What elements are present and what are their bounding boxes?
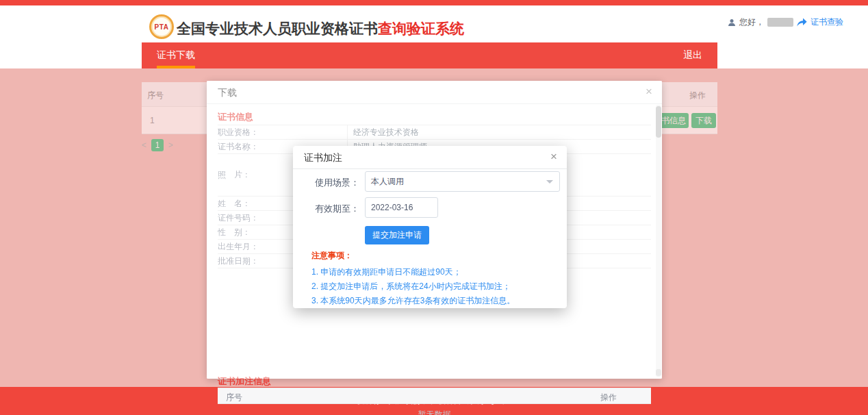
pagination: < 1 > bbox=[142, 138, 173, 152]
tab-cert-download-label: 证书下载 bbox=[157, 49, 195, 62]
nav-bar: 证书下载 退出 bbox=[142, 42, 717, 68]
pta-logo-text: PTA bbox=[155, 23, 169, 31]
active-tab-underline bbox=[157, 66, 195, 68]
header: PTA 全国专业技术人员职业资格证书查询验证系统 您好， 证书查验 bbox=[0, 5, 868, 42]
annotation-table: 序号 操作 暂无数据 bbox=[218, 388, 651, 415]
page-title-highlight: 查询验证系统 bbox=[378, 21, 464, 36]
submit-annotation-button[interactable]: 提交加注申请 bbox=[365, 226, 429, 244]
cell-index: 1 bbox=[150, 116, 155, 125]
annotation-table-header-row: 序号 操作 bbox=[218, 388, 651, 404]
expiry-date-input[interactable] bbox=[365, 197, 438, 218]
chevron-down-icon bbox=[546, 180, 553, 184]
user-icon bbox=[728, 18, 736, 27]
annotation-col-action: 操作 bbox=[600, 392, 617, 403]
download-button[interactable]: 下载 bbox=[691, 113, 716, 128]
annotation-modal-title: 证书加注 bbox=[304, 152, 342, 164]
col-header-index: 序号 bbox=[147, 90, 164, 101]
annotation-modal-close-icon[interactable]: × bbox=[550, 151, 557, 162]
notes-list: 1. 申请的有效期距申请日不能超过90天； 2. 提交加注申请后，系统将在24小… bbox=[311, 265, 515, 308]
redacted-username bbox=[767, 18, 793, 27]
top-red-strip bbox=[0, 0, 868, 5]
usage-scene-select[interactable]: 本人调用 bbox=[365, 171, 560, 192]
pagination-next[interactable]: > bbox=[168, 140, 173, 150]
annotation-empty-state: 暂无数据 bbox=[218, 404, 651, 415]
notes-title: 注意事项： bbox=[311, 250, 353, 262]
annotation-modal: 证书加注 × 使用场景： 本人调用 有效期至： 提交加注申请 注意事项： 1. … bbox=[293, 146, 567, 308]
screen: PTA 全国专业技术人员职业资格证书查询验证系统 您好， 证书查验 证书下载 退… bbox=[0, 0, 868, 415]
note-line-2: 2. 提交加注申请后，系统将在24小时内完成证书加注； bbox=[311, 279, 515, 294]
tab-cert-download[interactable]: 证书下载 bbox=[142, 42, 210, 68]
note-line-1: 1. 申请的有效期距申请日不能超过90天； bbox=[311, 265, 515, 279]
user-area: 您好， 证书查验 bbox=[728, 16, 843, 28]
col-header-action: 操作 bbox=[689, 90, 706, 101]
note-line-3: 3. 本系统90天内最多允许存在3条有效的证书加注信息。 bbox=[311, 294, 515, 308]
annotation-col-index: 序号 bbox=[226, 392, 242, 403]
pagination-prev[interactable]: < bbox=[142, 140, 146, 150]
greeting-text: 您好， bbox=[739, 16, 764, 28]
share-arrow-icon bbox=[797, 18, 807, 27]
usage-scene-label: 使用场景： bbox=[303, 177, 359, 189]
pagination-page-1[interactable]: 1 bbox=[151, 139, 164, 151]
page-title-main: 全国专业技术人员职业资格证书 bbox=[177, 21, 378, 36]
usage-scene-selected-value: 本人调用 bbox=[371, 177, 404, 186]
page-title: 全国专业技术人员职业资格证书查询验证系统 bbox=[177, 19, 464, 38]
expiry-date-label: 有效期至： bbox=[303, 203, 359, 215]
logout-button[interactable]: 退出 bbox=[668, 42, 717, 68]
pta-logo: PTA bbox=[149, 14, 174, 39]
cert-check-link[interactable]: 证书查验 bbox=[810, 16, 843, 28]
annotation-modal-header: 证书加注 × bbox=[293, 146, 567, 169]
